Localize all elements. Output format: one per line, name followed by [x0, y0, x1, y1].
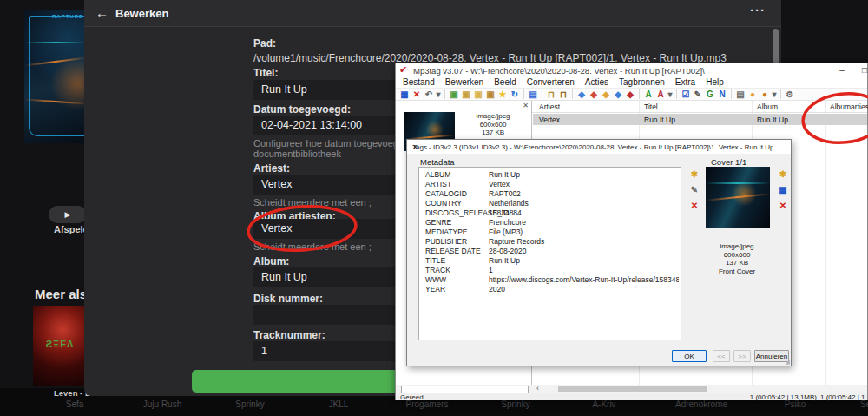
next-file-button[interactable]: >>: [733, 350, 751, 362]
menu-item-extra[interactable]: Extra: [670, 77, 700, 88]
favorites-icon[interactable]: ★: [496, 89, 509, 100]
artist-link[interactable]: A-Kriv: [592, 399, 615, 409]
metadata-list[interactable]: ALBUMRun It Up ARTISTVertex CATALOGIDRAP…: [418, 167, 681, 340]
delete-icon[interactable]: ✕: [411, 89, 423, 100]
menu-item-help[interactable]: Help: [700, 77, 729, 88]
open-directory-icon[interactable]: ▣: [472, 89, 484, 100]
menu-item-bewerken[interactable]: Bewerken: [440, 77, 489, 88]
window-title: Mp3tag v3.07 - W:\Frenchcore\2020\2020-0…: [413, 66, 821, 76]
tag-remove-icon[interactable]: ◆: [624, 89, 636, 100]
tag-value: File (MP3): [489, 228, 679, 236]
font-dropdown-icon[interactable]: ▾: [667, 89, 674, 100]
tag-paste-icon[interactable]: ◆: [588, 89, 600, 100]
menu-item-beeld[interactable]: Beeld: [489, 77, 522, 88]
lock-icon[interactable]: ⊓: [557, 89, 569, 100]
numbering-wizard-icon[interactable]: N: [716, 89, 728, 100]
column-header-title[interactable]: Titel: [644, 102, 658, 111]
refresh-icon[interactable]: ↻: [509, 89, 521, 100]
tag-key: CATALOGID: [425, 189, 467, 198]
metadata-row[interactable]: RELEASE DATE28-08-2020: [419, 247, 681, 256]
artist-link[interactable]: Sprinky: [501, 399, 529, 409]
cover-dimensions: 600x600: [694, 251, 780, 260]
web-dropdown-icon[interactable]: ▾: [771, 89, 778, 100]
add-field-icon[interactable]: ✱: [688, 168, 700, 180]
tag-import-icon[interactable]: ◆: [612, 89, 624, 100]
metadata-row[interactable]: GENREFrenchcore: [419, 218, 681, 228]
more-options-icon[interactable]: ···: [750, 3, 766, 17]
tag-fields-icon[interactable]: A: [642, 89, 654, 100]
tag-copy-icon[interactable]: ◆: [575, 89, 588, 100]
print-icon[interactable]: ▤: [734, 89, 746, 100]
undo-dropdown-icon[interactable]: ▾: [435, 89, 442, 100]
metadata-row[interactable]: CATALOGIDRAPT002: [419, 189, 681, 199]
dialog-scrollbar[interactable]: [773, 29, 779, 65]
resize-grip[interactable]: ◢: [786, 359, 790, 366]
play-button[interactable]: ▶: [49, 206, 87, 223]
tag-cut-icon[interactable]: ◆: [600, 89, 612, 100]
album-cover-sefa[interactable]: ƧΞFΛ: [33, 306, 87, 386]
parent-directory-icon[interactable]: ▣: [484, 89, 496, 100]
save-icon[interactable]: ▦: [398, 89, 411, 100]
selected-file-row[interactable]: [533, 114, 867, 125]
artist-link[interactable]: Sefa: [66, 399, 84, 409]
lock-open-icon[interactable]: ⊓: [545, 89, 557, 100]
tag-key: WWW: [425, 275, 446, 284]
select-all-icon[interactable]: ☑: [680, 89, 692, 100]
metadata-row[interactable]: ARTISTVertex: [419, 180, 681, 189]
tag-value: 1: [489, 266, 679, 274]
back-icon[interactable]: ←: [95, 5, 108, 20]
ok-button[interactable]: OK: [672, 350, 707, 362]
previous-file-button[interactable]: <<: [713, 350, 730, 362]
window-titlebar[interactable]: ✔ Mp3tag v3.07 - W:\Frenchcore\2020\2020…: [396, 63, 867, 77]
artist-link[interactable]: Adrenokrome: [675, 399, 727, 409]
cell-title: Run It Up: [644, 116, 675, 124]
artist-link[interactable]: JKLL: [329, 399, 349, 409]
rename-icon[interactable]: ✎: [692, 89, 704, 100]
column-separator[interactable]: [825, 101, 826, 385]
metadata-row[interactable]: COUNTRYNetherlands: [419, 199, 681, 208]
scrollbar-thumb[interactable]: [558, 386, 707, 392]
remove-cover-icon[interactable]: ✕: [777, 200, 789, 211]
menu-item-converteren[interactable]: Converteren: [522, 77, 580, 88]
menu-item-bestand[interactable]: Bestand: [398, 77, 440, 88]
web-source-2-icon[interactable]: ●: [759, 89, 771, 100]
album-cover-rapture[interactable]: RAPTURE: [24, 10, 87, 143]
metadata-row[interactable]: DISCOGS_RELEASE_ID15834884: [419, 208, 681, 218]
change-directory-icon[interactable]: ▣: [448, 89, 460, 100]
options-icon[interactable]: ⚙: [784, 89, 796, 100]
menu-item-tagbronnen[interactable]: Tagbronnen: [614, 77, 670, 88]
metadata-row[interactable]: ALBUMRun It Up: [419, 170, 681, 180]
maximize-button[interactable]: □: [858, 64, 868, 76]
column-header-albumartist[interactable]: Albumartiest: [830, 102, 868, 111]
cell-album: Run It Up: [757, 116, 788, 124]
artist-link[interactable]: Juju Rush: [143, 399, 181, 409]
metadata-row[interactable]: TITLERun It Up: [419, 256, 681, 266]
minimize-button[interactable]: –: [836, 64, 848, 76]
artist-link[interactable]: Sprinky: [235, 399, 264, 409]
screen: RAPTURE ▶ Afspelen Meer als di ƧΞFΛ Leve…: [0, 0, 868, 416]
cancel-button[interactable]: Annuleren: [754, 350, 789, 362]
metadata-row[interactable]: WWWhttps://www.discogs.com/Vertex-Run-It…: [419, 275, 681, 285]
font-icon[interactable]: A: [654, 89, 667, 100]
undo-icon[interactable]: ↶: [423, 89, 435, 100]
add-directory-icon[interactable]: ▣: [460, 89, 472, 100]
remove-field-icon[interactable]: ✕: [688, 200, 700, 211]
web-source-icon[interactable]: ●: [746, 89, 759, 100]
add-cover-icon[interactable]: ✱: [777, 168, 789, 180]
metadata-row[interactable]: YEAR2020: [419, 285, 681, 294]
tags-dialog-titlebar[interactable]: Tags - ID3v2.3 (ID3v1 ID3v2.3) - W:\Fren…: [407, 140, 791, 154]
menu-item-acties[interactable]: Acties: [580, 77, 614, 88]
save-cover-icon[interactable]: ▦: [777, 184, 789, 195]
dialog-cover-image[interactable]: [706, 167, 770, 228]
close-icon[interactable]: ✕: [412, 143, 773, 151]
genre-icon[interactable]: G: [704, 89, 716, 100]
scroll-left-arrow-icon[interactable]: ‹: [536, 384, 539, 393]
column-header-artist[interactable]: Artiest: [539, 102, 560, 111]
column-header-album[interactable]: Album: [757, 102, 778, 111]
metadata-row[interactable]: MEDIATYPEFile (MP3): [419, 228, 681, 237]
panel-close-icon[interactable]: ✕: [523, 102, 529, 109]
metadata-row[interactable]: PUBLISHERRapture Records: [419, 237, 681, 247]
playlist-icon[interactable]: ▤: [527, 89, 539, 100]
metadata-row[interactable]: TRACK1: [419, 266, 681, 275]
edit-field-icon[interactable]: ✎: [688, 184, 700, 195]
